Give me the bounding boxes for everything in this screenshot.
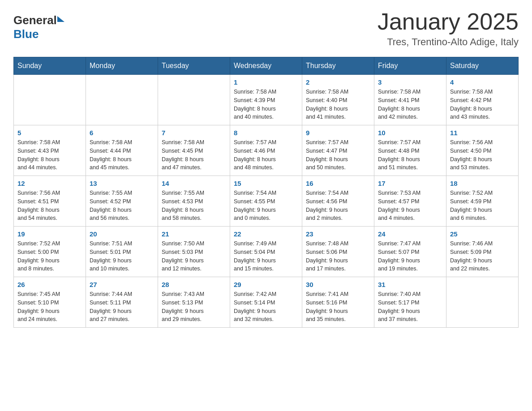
day-header-row: SundayMondayTuesdayWednesdayThursdayFrid… xyxy=(14,57,519,75)
day-of-week-header: Thursday xyxy=(302,57,374,75)
calendar-week-row: 5Sunrise: 7:58 AMSunset: 4:43 PMDaylight… xyxy=(14,125,519,176)
calendar-day-cell: 22Sunrise: 7:49 AMSunset: 5:04 PMDayligh… xyxy=(230,227,302,277)
day-number: 6 xyxy=(90,129,154,137)
day-number: 7 xyxy=(162,129,226,137)
day-of-week-header: Friday xyxy=(374,57,446,75)
day-number: 12 xyxy=(17,180,82,187)
title-section: January 2025 Tres, Trentino-Alto Adige, … xyxy=(378,9,519,48)
day-info: Sunrise: 7:47 AMSunset: 5:07 PMDaylight:… xyxy=(378,240,442,273)
calendar-day-cell xyxy=(158,75,230,125)
calendar-day-cell: 7Sunrise: 7:58 AMSunset: 4:45 PMDaylight… xyxy=(158,125,230,176)
logo: General Blue xyxy=(13,13,64,41)
calendar-day-cell: 10Sunrise: 7:57 AMSunset: 4:48 PMDayligh… xyxy=(374,125,446,176)
calendar-day-cell: 17Sunrise: 7:53 AMSunset: 4:57 PMDayligh… xyxy=(374,176,446,227)
page-header: General Blue January 2025 Tres, Trentino… xyxy=(13,9,519,48)
day-number: 13 xyxy=(90,180,154,187)
day-info: Sunrise: 7:48 AMSunset: 5:06 PMDaylight:… xyxy=(306,240,370,273)
calendar-day-cell: 18Sunrise: 7:52 AMSunset: 4:59 PMDayligh… xyxy=(446,176,519,227)
day-info: Sunrise: 7:54 AMSunset: 4:55 PMDaylight:… xyxy=(234,189,298,223)
day-of-week-header: Monday xyxy=(86,57,158,75)
calendar-day-cell: 11Sunrise: 7:56 AMSunset: 4:50 PMDayligh… xyxy=(446,125,519,176)
day-number: 8 xyxy=(234,129,298,137)
day-info: Sunrise: 7:58 AMSunset: 4:45 PMDaylight:… xyxy=(162,138,226,172)
calendar-day-cell: 14Sunrise: 7:55 AMSunset: 4:53 PMDayligh… xyxy=(158,176,230,227)
month-title: January 2025 xyxy=(378,9,519,34)
day-number: 2 xyxy=(306,78,370,86)
day-number: 15 xyxy=(234,180,298,187)
day-number: 1 xyxy=(234,78,298,86)
calendar-day-cell: 13Sunrise: 7:55 AMSunset: 4:52 PMDayligh… xyxy=(86,176,158,227)
day-number: 18 xyxy=(450,180,515,187)
calendar-day-cell: 25Sunrise: 7:46 AMSunset: 5:09 PMDayligh… xyxy=(446,227,519,277)
calendar-day-cell: 9Sunrise: 7:57 AMSunset: 4:47 PMDaylight… xyxy=(302,125,374,176)
calendar-day-cell: 8Sunrise: 7:57 AMSunset: 4:46 PMDaylight… xyxy=(230,125,302,176)
day-number: 3 xyxy=(378,78,442,86)
day-info: Sunrise: 7:52 AMSunset: 4:59 PMDaylight:… xyxy=(450,189,515,223)
day-info: Sunrise: 7:51 AMSunset: 5:01 PMDaylight:… xyxy=(90,240,154,273)
day-info: Sunrise: 7:54 AMSunset: 4:56 PMDaylight:… xyxy=(306,189,370,223)
calendar-day-cell: 27Sunrise: 7:44 AMSunset: 5:11 PMDayligh… xyxy=(86,277,158,328)
calendar-day-cell: 30Sunrise: 7:41 AMSunset: 5:16 PMDayligh… xyxy=(302,277,374,328)
day-number: 29 xyxy=(234,281,298,288)
calendar-day-cell xyxy=(446,277,519,328)
day-info: Sunrise: 7:40 AMSunset: 5:17 PMDaylight:… xyxy=(378,290,442,324)
calendar-week-row: 26Sunrise: 7:45 AMSunset: 5:10 PMDayligh… xyxy=(14,277,519,328)
day-number: 10 xyxy=(378,129,442,137)
location-text: Tres, Trentino-Alto Adige, Italy xyxy=(378,36,519,48)
day-number: 28 xyxy=(162,281,226,288)
day-number: 20 xyxy=(90,230,154,238)
day-info: Sunrise: 7:53 AMSunset: 4:57 PMDaylight:… xyxy=(378,189,442,223)
day-number: 5 xyxy=(17,129,82,137)
day-info: Sunrise: 7:43 AMSunset: 5:13 PMDaylight:… xyxy=(162,290,226,324)
calendar-day-cell: 15Sunrise: 7:54 AMSunset: 4:55 PMDayligh… xyxy=(230,176,302,227)
day-number: 9 xyxy=(306,129,370,137)
day-info: Sunrise: 7:56 AMSunset: 4:50 PMDaylight:… xyxy=(450,138,515,172)
calendar-day-cell: 1Sunrise: 7:58 AMSunset: 4:39 PMDaylight… xyxy=(230,75,302,125)
calendar-day-cell: 23Sunrise: 7:48 AMSunset: 5:06 PMDayligh… xyxy=(302,227,374,277)
day-number: 17 xyxy=(378,180,442,187)
calendar-day-cell: 2Sunrise: 7:58 AMSunset: 4:40 PMDaylight… xyxy=(302,75,374,125)
logo-blue-text: Blue xyxy=(13,27,39,41)
day-number: 11 xyxy=(450,129,515,137)
calendar-day-cell: 24Sunrise: 7:47 AMSunset: 5:07 PMDayligh… xyxy=(374,227,446,277)
calendar-day-cell xyxy=(86,75,158,125)
day-number: 22 xyxy=(234,230,298,238)
calendar-day-cell: 28Sunrise: 7:43 AMSunset: 5:13 PMDayligh… xyxy=(158,277,230,328)
day-info: Sunrise: 7:55 AMSunset: 4:52 PMDaylight:… xyxy=(90,189,154,223)
day-number: 16 xyxy=(306,180,370,187)
day-info: Sunrise: 7:52 AMSunset: 5:00 PMDaylight:… xyxy=(17,240,82,273)
day-info: Sunrise: 7:44 AMSunset: 5:11 PMDaylight:… xyxy=(90,290,154,324)
calendar-day-cell: 31Sunrise: 7:40 AMSunset: 5:17 PMDayligh… xyxy=(374,277,446,328)
day-info: Sunrise: 7:57 AMSunset: 4:48 PMDaylight:… xyxy=(378,138,442,172)
calendar-day-cell: 20Sunrise: 7:51 AMSunset: 5:01 PMDayligh… xyxy=(86,227,158,277)
day-info: Sunrise: 7:56 AMSunset: 4:51 PMDaylight:… xyxy=(17,189,82,223)
day-info: Sunrise: 7:58 AMSunset: 4:42 PMDaylight:… xyxy=(450,88,515,121)
day-of-week-header: Wednesday xyxy=(230,57,302,75)
day-info: Sunrise: 7:58 AMSunset: 4:41 PMDaylight:… xyxy=(378,88,442,121)
calendar-day-cell: 29Sunrise: 7:42 AMSunset: 5:14 PMDayligh… xyxy=(230,277,302,328)
day-number: 24 xyxy=(378,230,442,238)
day-info: Sunrise: 7:58 AMSunset: 4:40 PMDaylight:… xyxy=(306,88,370,121)
day-number: 30 xyxy=(306,281,370,288)
calendar-table: SundayMondayTuesdayWednesdayThursdayFrid… xyxy=(13,57,519,328)
day-info: Sunrise: 7:42 AMSunset: 5:14 PMDaylight:… xyxy=(234,290,298,324)
calendar-day-cell: 16Sunrise: 7:54 AMSunset: 4:56 PMDayligh… xyxy=(302,176,374,227)
day-info: Sunrise: 7:41 AMSunset: 5:16 PMDaylight:… xyxy=(306,290,370,324)
day-info: Sunrise: 7:58 AMSunset: 4:43 PMDaylight:… xyxy=(17,138,82,172)
day-number: 21 xyxy=(162,230,226,238)
calendar-week-row: 12Sunrise: 7:56 AMSunset: 4:51 PMDayligh… xyxy=(14,176,519,227)
day-number: 23 xyxy=(306,230,370,238)
day-info: Sunrise: 7:49 AMSunset: 5:04 PMDaylight:… xyxy=(234,240,298,273)
calendar-day-cell: 19Sunrise: 7:52 AMSunset: 5:00 PMDayligh… xyxy=(14,227,86,277)
day-info: Sunrise: 7:46 AMSunset: 5:09 PMDaylight:… xyxy=(450,240,515,273)
day-of-week-header: Saturday xyxy=(446,57,519,75)
day-info: Sunrise: 7:58 AMSunset: 4:39 PMDaylight:… xyxy=(234,88,298,121)
day-number: 25 xyxy=(450,230,515,238)
day-info: Sunrise: 7:55 AMSunset: 4:53 PMDaylight:… xyxy=(162,189,226,223)
logo-general-text: General xyxy=(13,13,57,27)
day-of-week-header: Tuesday xyxy=(158,57,230,75)
calendar-day-cell: 3Sunrise: 7:58 AMSunset: 4:41 PMDaylight… xyxy=(374,75,446,125)
day-number: 4 xyxy=(450,78,515,86)
calendar-week-row: 19Sunrise: 7:52 AMSunset: 5:00 PMDayligh… xyxy=(14,227,519,277)
day-number: 14 xyxy=(162,180,226,187)
